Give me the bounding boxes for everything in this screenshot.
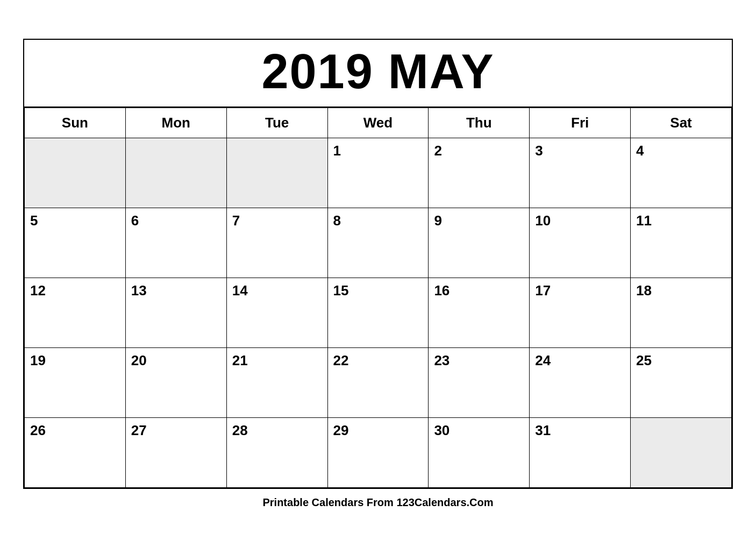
calendar-cell: 7: [226, 208, 327, 278]
footer-brand: 123Calendars.Com: [396, 496, 493, 508]
calendar-cell: 20: [125, 347, 226, 417]
calendar-cell: 14: [226, 278, 327, 347]
calendar-cell: 11: [631, 208, 732, 278]
calendar-cell: 30: [429, 417, 530, 487]
day-header-fri: Fri: [530, 108, 631, 138]
day-header-sat: Sat: [631, 108, 732, 138]
calendar-wrapper: 2019 MAY SunMonTueWedThuFriSat 123456789…: [23, 39, 733, 509]
calendar-cell: 5: [25, 208, 126, 278]
calendar-cell: 27: [125, 417, 226, 487]
calendar-cell: 17: [530, 278, 631, 347]
calendar-cell: 4: [631, 138, 732, 208]
calendar-cell: 10: [530, 208, 631, 278]
calendar-cell: 26: [25, 417, 126, 487]
week-row-5: 262728293031: [25, 417, 732, 487]
calendar-cell: 16: [429, 278, 530, 347]
calendar-cell: 1: [327, 138, 429, 208]
day-header-thu: Thu: [429, 108, 530, 138]
calendar-cell: 24: [530, 347, 631, 417]
calendar-cell: 28: [226, 417, 327, 487]
footer-text: Printable Calendars From: [262, 496, 396, 508]
calendar-cell: 2: [429, 138, 530, 208]
day-header-tue: Tue: [226, 108, 327, 138]
week-row-4: 19202122232425: [25, 347, 732, 417]
footer: Printable Calendars From 123Calendars.Co…: [23, 496, 733, 509]
calendar-cell: 23: [429, 347, 530, 417]
calendar-container: 2019 MAY SunMonTueWedThuFriSat 123456789…: [23, 39, 733, 489]
calendar-cell: 25: [631, 347, 732, 417]
calendar-cell: 3: [530, 138, 631, 208]
calendar-cell: 15: [327, 278, 429, 347]
calendar-cell: [631, 417, 732, 487]
calendar-cell: [226, 138, 327, 208]
calendar-cell: [125, 138, 226, 208]
calendar-title: 2019 MAY: [24, 40, 732, 108]
calendar-cell: 13: [125, 278, 226, 347]
calendar-cell: 9: [429, 208, 530, 278]
calendar-cell: 12: [25, 278, 126, 347]
calendar-cell: 6: [125, 208, 226, 278]
calendar-cell: [25, 138, 126, 208]
day-header-sun: Sun: [25, 108, 126, 138]
calendar-cell: 29: [327, 417, 429, 487]
days-header-row: SunMonTueWedThuFriSat: [25, 108, 732, 138]
calendar-cell: 8: [327, 208, 429, 278]
day-header-wed: Wed: [327, 108, 429, 138]
calendar-cell: 22: [327, 347, 429, 417]
week-row-3: 12131415161718: [25, 278, 732, 347]
calendar-grid: SunMonTueWedThuFriSat 123456789101112131…: [24, 108, 732, 488]
calendar-cell: 19: [25, 347, 126, 417]
calendar-cell: 18: [631, 278, 732, 347]
calendar-cell: 31: [530, 417, 631, 487]
week-row-1: 1234: [25, 138, 732, 208]
week-row-2: 567891011: [25, 208, 732, 278]
calendar-cell: 21: [226, 347, 327, 417]
day-header-mon: Mon: [125, 108, 226, 138]
